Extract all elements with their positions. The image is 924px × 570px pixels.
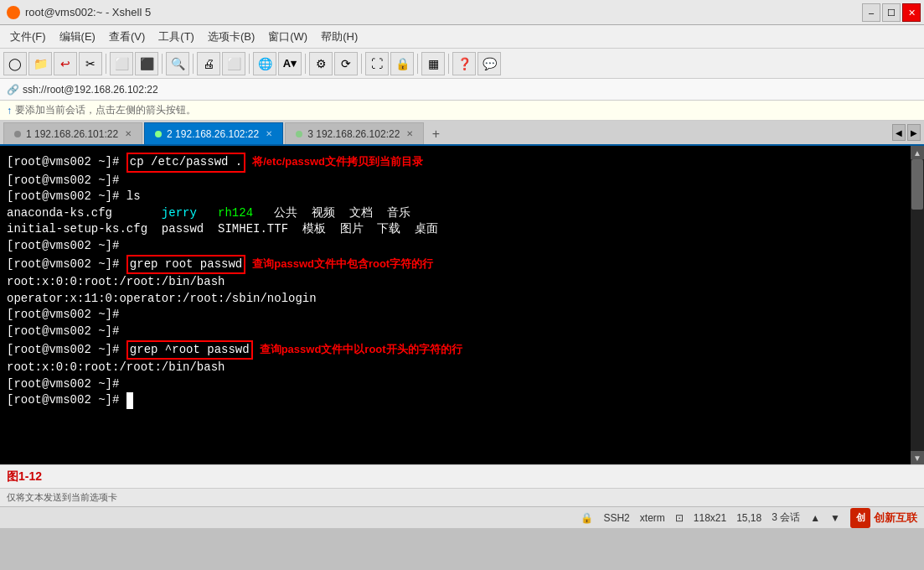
comment-1: 将/etc/passwd文件拷贝到当前目录 [252,154,423,169]
terminal-line-4: anaconda-ks.cfg jerry rh124 公共 视频 文档 音乐 [7,205,917,222]
bottom-lock-icon: 🔒 [581,512,593,524]
tab-1-dot [14,131,21,137]
toolbar-grid[interactable]: ▦ [421,52,445,75]
cmd-1: cp /etc/passwd . [126,153,245,173]
figure-label-bar: 图1-12 [0,464,924,488]
output-2: operator:x:11:0:operator:/root:/sbin/nol… [7,291,317,308]
menu-help[interactable]: 帮助(H) [314,27,364,47]
toolbar-link[interactable]: ⚙ [309,52,333,75]
menu-bar: 文件(F) 编辑(E) 查看(V) 工具(T) 选项卡(B) 窗口(W) 帮助(… [0,25,924,49]
toolbar-globe[interactable]: 🌐 [253,52,276,75]
maximize-button[interactable]: ☐ [882,3,901,22]
toolbar-new[interactable]: ◯ [3,52,27,75]
tab-2[interactable]: 2 192.168.26.102:22 ✕ [144,122,283,144]
toolbar-search[interactable]: 🔍 [166,52,189,75]
window-controls: – ☐ ✕ [862,3,921,22]
toolbar-help[interactable]: ❓ [452,52,476,75]
prompt-2: [root@vms002 ~]# [7,173,119,189]
prompt-1: [root@vms002 ~]# [7,154,126,171]
close-button[interactable]: ✕ [902,3,921,22]
toolbar-print[interactable]: 🖨 [197,52,220,75]
toolbar-sep7 [417,54,418,74]
menu-tools[interactable]: 工具(T) [152,27,201,47]
info-arrow-icon: ↑ [7,105,12,117]
tab-3-close[interactable]: ✕ [406,129,413,138]
menu-window[interactable]: 窗口(W) [261,27,314,47]
tab-2-dot [155,131,162,137]
minimize-button[interactable]: – [862,3,880,22]
menu-tab[interactable]: 选项卡(B) [201,27,261,47]
files-1d: 公共 视频 文档 音乐 [253,205,410,222]
bottom-term: xterm [640,512,665,524]
address-icon: 🔗 [7,84,19,96]
comment-2: 查询passwd文件中包含root字符的行 [252,256,433,272]
terminal-line-9: operator:x:11:0:operator:/root:/sbin/nol… [7,291,917,308]
status-bar: 仅将文本发送到当前选项卡 [0,488,924,506]
terminal-line-11: [root@vms002 ~]# [7,324,917,340]
prompt-7: [root@vms002 ~]# [7,256,126,273]
tab-nav-right[interactable]: ▶ [907,124,921,141]
terminal[interactable]: [root@vms002 ~]# cp /etc/passwd . 将/etc/… [0,146,924,464]
toolbar-paste[interactable]: ⬛ [135,52,158,75]
terminal-line-1: [root@vms002 ~]# cp /etc/passwd . 将/etc/… [7,153,917,173]
prompt-11: [root@vms002 ~]# [7,324,119,340]
terminal-line-7: [root@vms002 ~]# grep root passwd 查询pass… [7,255,917,275]
toolbar-copy[interactable]: ⬜ [110,52,133,75]
status-text: 仅将文本发送到当前选项卡 [7,491,117,504]
terminal-line-13: root:x:0:0:root:/root:/bin/bash [7,360,917,376]
toolbar-sep4 [249,54,250,74]
comment-3: 查询passwd文件中以root开头的字符的行 [260,342,462,357]
toolbar-sync[interactable]: ⟳ [334,52,358,75]
bottom-pos: 15,18 [736,512,761,524]
bottom-ssh: SSH2 [603,512,629,524]
toolbar-back[interactable]: ↩ [54,52,77,75]
tab-add-button[interactable]: + [426,124,446,144]
terminal-line-5: initial-setup-ks.cfg passwd SIMHEI.TTF 模… [7,221,917,238]
toolbar-expand[interactable]: ⛶ [365,52,389,75]
prompt-14: [root@vms002 ~]# [7,376,119,393]
scrollbar-thumb[interactable] [911,159,923,210]
toolbar-print2[interactable]: ⬜ [222,52,245,75]
tab-1-close[interactable]: ✕ [125,129,132,138]
terminal-scrollbar[interactable]: ▲ ▼ [911,146,924,464]
title-bar: root@vms002:~ - Xshell 5 – ☐ ✕ [0,0,924,25]
terminal-line-8: root:x:0:0:root:/root:/bin/bash [7,274,917,291]
prompt-15: [root@vms002 ~]# [7,392,126,409]
menu-edit[interactable]: 编辑(E) [53,27,102,47]
tab-2-label: 2 192.168.26.102:22 [167,128,259,140]
toolbar-sep3 [193,54,194,74]
toolbar-font[interactable]: A▾ [278,52,302,75]
toolbar-lock[interactable]: 🔒 [390,52,414,75]
terminal-line-12: [root@vms002 ~]# grep ^root passwd 查询pas… [7,340,917,360]
figure-text: 图1-12 [7,469,42,484]
tab-nav-left[interactable]: ◀ [892,124,906,141]
address-bar: 🔗 ssh://root@192.168.26.102:22 [0,79,924,101]
toolbar-msg[interactable]: 💬 [477,52,501,75]
files-1a: anaconda-ks.cfg [7,205,162,222]
tab-3-dot [296,131,302,137]
menu-view[interactable]: 查看(V) [102,27,152,47]
toolbar-sep2 [162,54,163,74]
cmd-3: grep ^root passwd [126,340,253,360]
files-1c: rh124 [218,205,253,222]
bottom-arrow-up[interactable]: ▲ [810,512,820,524]
brand-icon: 创 [850,508,870,528]
terminal-line-15: [root@vms002 ~]# [7,392,917,409]
tab-1[interactable]: 1 192.168.26.101:22 ✕ [3,122,142,144]
scrollbar-down[interactable]: ▼ [911,451,924,464]
tab-bar: 1 192.168.26.101:22 ✕ 2 192.168.26.102:2… [0,121,924,146]
tab-3-label: 3 192.168.26.102:22 [307,128,400,140]
toolbar-open[interactable]: 📁 [28,52,52,75]
info-bar: ↑ 要添加当前会话，点击左侧的箭头按钮。 [0,101,924,121]
bottom-arrow-down[interactable]: ▼ [830,512,840,524]
info-text: 要添加当前会话，点击左侧的箭头按钮。 [15,103,196,117]
tab-3[interactable]: 3 192.168.26.102:22 ✕ [285,122,424,144]
bottom-resize-icon: ⊡ [675,512,684,524]
menu-file[interactable]: 文件(F) [3,27,53,47]
prompt-3: [root@vms002 ~]# [7,189,126,205]
toolbar-cut[interactable]: ✂ [79,52,102,75]
toolbar-sep5 [305,54,306,74]
scrollbar-track[interactable] [911,159,924,451]
scrollbar-up[interactable]: ▲ [911,146,924,159]
tab-2-close[interactable]: ✕ [266,129,272,138]
